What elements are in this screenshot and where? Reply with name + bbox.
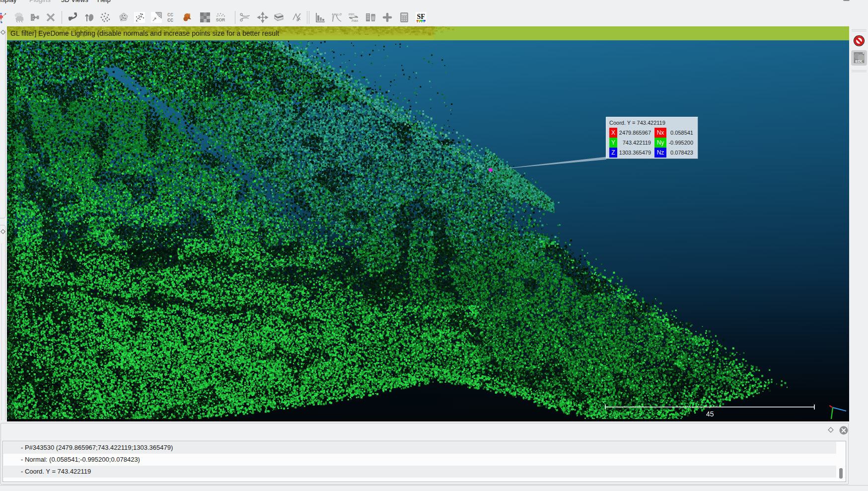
svg-text:EDL: EDL [856, 59, 863, 64]
svg-text:CC: CC [167, 12, 173, 18]
svg-text:max: max [352, 19, 359, 22]
svg-text:SOR: SOR [216, 17, 225, 22]
svg-text:CC: CC [167, 18, 173, 23]
svg-text:μ,σ: μ,σ [336, 12, 342, 16]
svg-text:SF: SF [417, 13, 425, 20]
svg-text:min: min [349, 12, 354, 16]
